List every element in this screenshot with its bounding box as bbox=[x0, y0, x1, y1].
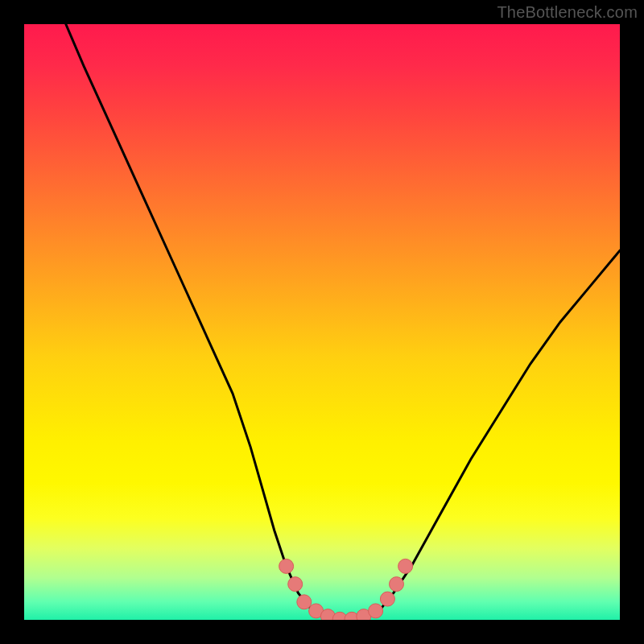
curve-marker bbox=[297, 595, 312, 609]
curve-marker bbox=[369, 604, 383, 618]
bottleneck-curve bbox=[66, 24, 620, 620]
curve-marker bbox=[398, 559, 413, 573]
curve-marker bbox=[279, 559, 294, 573]
curve-marker bbox=[380, 592, 394, 606]
plot-area bbox=[24, 24, 620, 620]
curve-marker bbox=[390, 577, 404, 592]
chart-frame: TheBottleneck.com bbox=[0, 0, 644, 644]
curve-svg bbox=[24, 24, 620, 620]
curve-markers bbox=[279, 559, 413, 620]
curve-marker bbox=[288, 577, 303, 592]
watermark-text: TheBottleneck.com bbox=[497, 3, 638, 22]
